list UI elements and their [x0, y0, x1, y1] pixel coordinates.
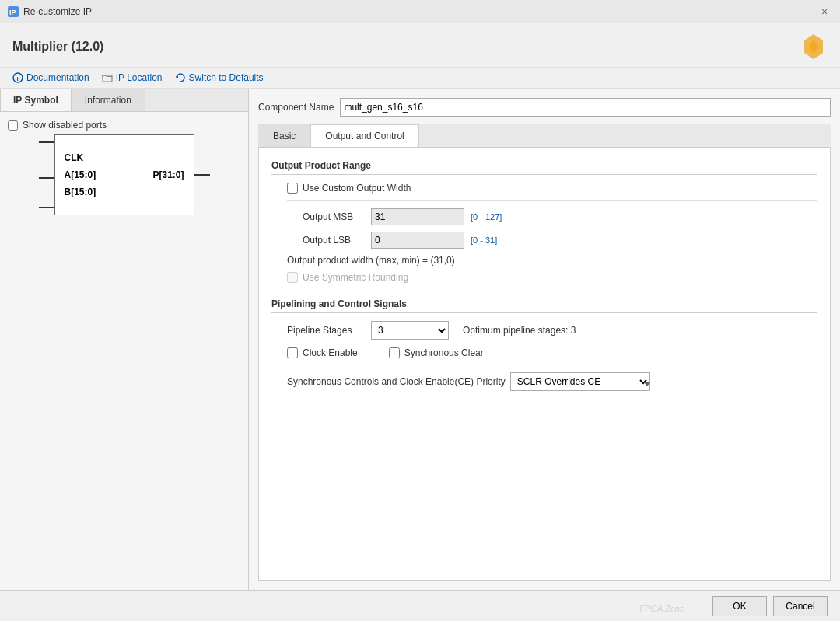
output-lsb-label: Output LSB [303, 235, 365, 246]
title-bar: IP Re-customize IP × [0, 0, 840, 23]
show-disabled-label[interactable]: Show disabled ports [23, 120, 107, 131]
left-panel-content: Show disabled ports [0, 112, 248, 590]
refresh-icon [175, 72, 186, 83]
clk-label: CLK [65, 152, 84, 163]
output-msb-range: [0 - 127] [471, 212, 502, 222]
close-button[interactable]: × [817, 4, 832, 19]
priority-row: Synchronous Controls and Clock Enable(CE… [287, 372, 817, 391]
a-label: A[15:0] [65, 169, 96, 180]
component-symbol-box: CLK A[15:0] P[31:0] B[15:0] [54, 134, 194, 215]
output-product-range-section: Output Product Range Use Custom Output W… [271, 160, 817, 283]
title-bar-text: Re-customize IP [23, 6, 92, 17]
pipelining-title: Pipelining and Control Signals [271, 298, 817, 313]
info-icon: i [12, 72, 23, 83]
synchronous-clear-checkbox[interactable] [389, 347, 400, 358]
pipeline-stages-row: Pipeline Stages 0 1 2 3 4 5 6 Optimum pi… [287, 321, 817, 340]
priority-label: Synchronous Controls and Clock Enable(CE… [287, 376, 506, 387]
ip-location-button[interactable]: IP Location [102, 72, 163, 83]
output-msb-input[interactable] [371, 208, 464, 225]
main-container: Multiplier (12.0) i Documentation IP Loc… [0, 23, 840, 621]
right-tab-bar: Basic Output and Control [258, 124, 831, 148]
use-symmetric-rounding-row: Use Symmetric Rounding [287, 272, 817, 283]
show-disabled-row: Show disabled ports [8, 120, 240, 131]
clock-enable-row: Clock Enable [287, 347, 358, 358]
tab-output-and-control[interactable]: Output and Control [310, 124, 418, 147]
svg-text:IP: IP [9, 9, 16, 16]
control-signals-row: Clock Enable Synchronous Clear [287, 347, 817, 365]
clock-enable-label[interactable]: Clock Enable [303, 347, 358, 358]
use-symmetric-rounding-label[interactable]: Use Symmetric Rounding [303, 272, 408, 283]
switch-defaults-button[interactable]: Switch to Defaults [175, 72, 264, 83]
use-custom-output-checkbox[interactable] [287, 183, 298, 194]
pipeline-stages-label: Pipeline Stages [287, 325, 365, 336]
left-tab-bar: IP Symbol Information [0, 89, 248, 112]
clk-port: CLK [65, 152, 184, 163]
content-area: IP Symbol Information Show disabled port… [0, 89, 840, 590]
svg-text:i: i [17, 75, 19, 82]
left-panel: IP Symbol Information Show disabled port… [0, 89, 249, 590]
footer: FPGA Zone OK Cancel [0, 590, 840, 621]
divider-1 [287, 200, 817, 201]
use-custom-output-width-row: Use Custom Output Width [287, 183, 817, 194]
p-label: P[31:0] [152, 169, 184, 180]
pipelining-section: Pipelining and Control Signals Pipeline … [271, 298, 817, 391]
symbol-area: CLK A[15:0] P[31:0] B[15:0] [8, 131, 240, 219]
synchronous-clear-row: Synchronous Clear [389, 347, 484, 358]
cancel-button[interactable]: Cancel [773, 596, 828, 616]
switch-defaults-label: Switch to Defaults [189, 72, 264, 83]
use-custom-output-label[interactable]: Use Custom Output Width [303, 183, 411, 194]
tab-ip-symbol[interactable]: IP Symbol [0, 89, 72, 111]
tab-content: Output Product Range Use Custom Output W… [258, 148, 831, 581]
tab-basic[interactable]: Basic [258, 124, 310, 147]
app-icon: IP [8, 6, 19, 17]
pipeline-stages-select[interactable]: 0 1 2 3 4 5 6 [371, 321, 449, 340]
priority-select[interactable]: SCLR Overrides CE CE Overrides SCLR [510, 372, 650, 391]
component-name-row: Component Name [258, 98, 831, 117]
show-disabled-checkbox[interactable] [8, 120, 18, 131]
b-port: B[15:0] [65, 187, 184, 197]
output-lsb-range: [0 - 31] [471, 235, 497, 245]
xilinx-logo [800, 33, 828, 61]
component-name-label: Component Name [258, 102, 334, 113]
ok-button[interactable]: OK [712, 596, 767, 616]
ip-location-label: IP Location [116, 72, 163, 83]
documentation-button[interactable]: i Documentation [12, 72, 89, 83]
header-area: Multiplier (12.0) [0, 23, 840, 68]
use-symmetric-rounding-checkbox[interactable] [287, 272, 298, 283]
output-lsb-row: Output LSB [0 - 31] [303, 232, 817, 249]
folder-icon [102, 72, 113, 83]
component-name-input[interactable] [340, 98, 831, 117]
output-msb-label: Output MSB [303, 211, 365, 222]
right-panel: Component Name Basic Output and Control … [249, 89, 840, 590]
b-label: B[15:0] [65, 187, 96, 197]
output-product-width-text: Output product width (max, min) = (31,0) [287, 255, 817, 266]
documentation-label: Documentation [26, 72, 89, 83]
output-msb-row: Output MSB [0 - 127] [303, 208, 817, 225]
output-product-range-title: Output Product Range [271, 160, 817, 175]
synchronous-clear-label[interactable]: Synchronous Clear [404, 347, 484, 358]
title-bar-left: IP Re-customize IP [8, 6, 92, 17]
output-lsb-input[interactable] [371, 232, 464, 249]
toolbar: i Documentation IP Location Switch to De… [0, 68, 840, 89]
clock-enable-checkbox[interactable] [287, 347, 298, 358]
watermark: FPGA Zone [639, 604, 684, 613]
app-title: Multiplier (12.0) [12, 40, 103, 54]
optimum-stages-text: Optimum pipeline stages: 3 [463, 325, 576, 336]
tab-information[interactable]: Information [72, 89, 145, 111]
